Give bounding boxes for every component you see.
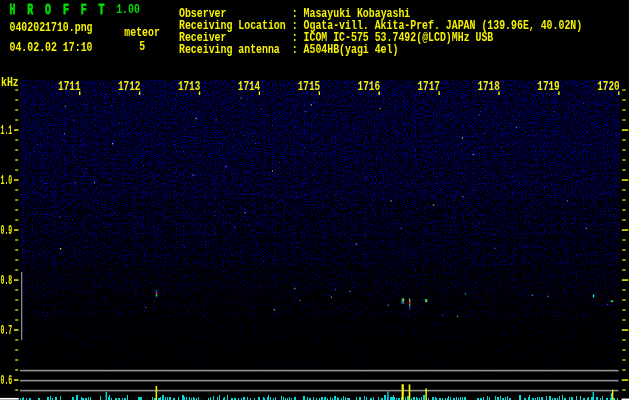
svg-text:1.1: 1.1 — [1, 123, 13, 138]
svg-text:0.6: 0.6 — [1, 373, 13, 388]
svg-text:H R O F F T: H R O F F T — [10, 2, 105, 18]
svg-text:1.0: 1.0 — [1, 173, 13, 188]
svg-text:1715: 1715 — [298, 79, 320, 94]
svg-text:5: 5 — [139, 39, 145, 54]
svg-text:meteor: meteor — [124, 25, 160, 40]
svg-text:1720: 1720 — [597, 79, 619, 94]
svg-text:Receiving antenna : A504HB(ya: Receiving antenna : A504HB(yagi 4el) — [179, 42, 398, 57]
svg-text:1718: 1718 — [477, 79, 499, 94]
svg-text:1712: 1712 — [118, 79, 140, 94]
svg-text:1.00: 1.00 — [116, 2, 140, 17]
svg-text:kHz: kHz — [1, 76, 19, 90]
svg-text:1713: 1713 — [178, 79, 200, 94]
svg-text:0.9: 0.9 — [1, 223, 13, 238]
svg-text:1717: 1717 — [418, 79, 440, 94]
svg-text:0.7: 0.7 — [1, 323, 13, 338]
svg-text:0.8: 0.8 — [1, 273, 13, 288]
svg-text:04.02.02 17:10: 04.02.02 17:10 — [10, 40, 93, 55]
svg-text:1711: 1711 — [58, 79, 80, 94]
svg-text:1714: 1714 — [238, 79, 260, 94]
svg-text:0402021710.png: 0402021710.png — [10, 20, 93, 35]
svg-text:1716: 1716 — [358, 79, 380, 94]
svg-text:1719: 1719 — [537, 79, 559, 94]
